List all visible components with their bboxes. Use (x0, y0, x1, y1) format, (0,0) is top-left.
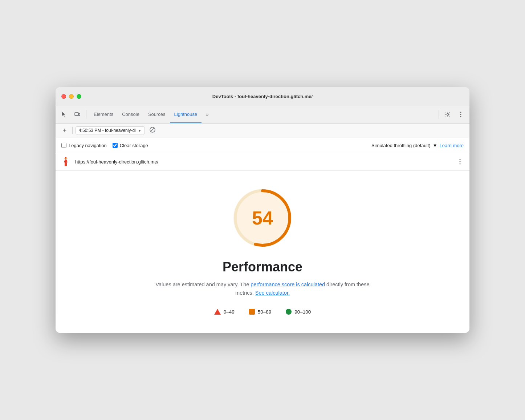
url-bar: https://foul-heavenly-direction.glitch.m… (56, 153, 469, 171)
responsive-icon[interactable] (72, 109, 83, 120)
devtools-toolbar: Elements Console Sources Lighthouse » (56, 106, 469, 124)
cursor-icon[interactable] (58, 109, 70, 120)
toolbar-divider-1 (86, 110, 86, 119)
clear-storage-group: Clear storage (113, 143, 148, 148)
minimize-button[interactable] (69, 94, 74, 99)
add-button[interactable]: + (60, 126, 69, 135)
traffic-lights (61, 94, 81, 99)
desc-prefix: Values are estimated and may vary. The (155, 282, 251, 287)
more-options-icon[interactable] (455, 109, 467, 120)
main-content: 54 Performance Values are estimated and … (56, 171, 469, 333)
url-chip[interactable]: 4:50:53 PM - foul-heavenly-di ▼ (76, 126, 145, 134)
tab-sources[interactable]: Sources (144, 106, 170, 123)
tab-console[interactable]: Console (118, 106, 144, 123)
second-bar-divider (72, 127, 73, 134)
legend-item-orange: 50–89 (249, 309, 272, 315)
url-bar-more-button[interactable] (455, 157, 465, 167)
performance-description: Values are estimated and may vary. The p… (154, 280, 371, 297)
svg-line-7 (151, 128, 154, 132)
title-bar: DevTools - foul-heavenly-direction.glitc… (56, 87, 469, 106)
svg-point-3 (460, 112, 461, 113)
throttling-group: Simulated throttling (default) ▼ Learn m… (371, 143, 464, 148)
tab-more[interactable]: » (202, 106, 213, 123)
legend-green-range: 90–100 (294, 309, 311, 315)
performance-score-link[interactable]: performance score is calculated (251, 282, 325, 287)
options-bar: Legacy navigation Clear storage Simulate… (56, 138, 469, 153)
close-button[interactable] (61, 94, 66, 99)
legacy-navigation-label[interactable]: Legacy navigation (69, 143, 107, 148)
legacy-navigation-checkbox[interactable] (61, 143, 66, 148)
svg-rect-11 (64, 162, 67, 162)
devtools-window: DevTools - foul-heavenly-direction.glitc… (56, 87, 469, 333)
tab-elements[interactable]: Elements (89, 106, 118, 123)
svg-rect-0 (75, 113, 78, 116)
orange-square-icon (249, 309, 255, 315)
learn-more-link[interactable]: Learn more (440, 143, 464, 148)
maximize-button[interactable] (77, 94, 81, 99)
chevron-down-icon: ▼ (138, 129, 142, 133)
svg-point-5 (460, 116, 461, 117)
legacy-navigation-group: Legacy navigation (61, 143, 107, 148)
url-chip-text: 4:50:53 PM - foul-heavenly-di (79, 128, 136, 133)
calculator-link[interactable]: See calculator. (255, 290, 290, 296)
svg-rect-8 (65, 162, 67, 166)
svg-rect-1 (79, 113, 80, 116)
toolbar-right (442, 109, 467, 120)
score-number: 54 (252, 207, 273, 229)
svg-point-13 (460, 159, 461, 160)
second-bar: + 4:50:53 PM - foul-heavenly-di ▼ (56, 124, 469, 138)
settings-icon[interactable] (442, 109, 453, 120)
clear-storage-label[interactable]: Clear storage (120, 143, 148, 148)
green-circle-icon (286, 309, 292, 315)
window-title: DevTools - foul-heavenly-direction.glitc… (212, 94, 313, 99)
clear-storage-checkbox[interactable] (113, 143, 118, 148)
legend-orange-range: 50–89 (258, 309, 272, 315)
throttling-arrow-icon[interactable]: ▼ (433, 143, 438, 148)
legend-item-red: 0–49 (214, 309, 235, 315)
block-icon[interactable] (149, 126, 156, 134)
warning-triangle-icon (214, 309, 221, 315)
svg-point-15 (460, 163, 461, 165)
svg-rect-12 (65, 157, 66, 158)
tab-lighthouse[interactable]: Lighthouse (170, 106, 202, 123)
lighthouse-logo-icon (60, 156, 72, 167)
svg-point-2 (447, 114, 449, 116)
score-legend: 0–49 50–89 90–100 (214, 309, 311, 315)
tab-list: Elements Console Sources Lighthouse » (89, 106, 436, 123)
toolbar-divider-2 (439, 110, 439, 119)
throttling-label: Simulated throttling (default) (371, 143, 431, 148)
legend-red-range: 0–49 (224, 309, 235, 315)
svg-point-4 (460, 114, 461, 115)
page-url: https://foul-heavenly-direction.glitch.m… (75, 159, 451, 165)
score-circle-container: 54 (230, 185, 295, 251)
performance-title: Performance (223, 259, 302, 275)
svg-point-14 (460, 161, 461, 162)
legend-item-green: 90–100 (286, 309, 311, 315)
